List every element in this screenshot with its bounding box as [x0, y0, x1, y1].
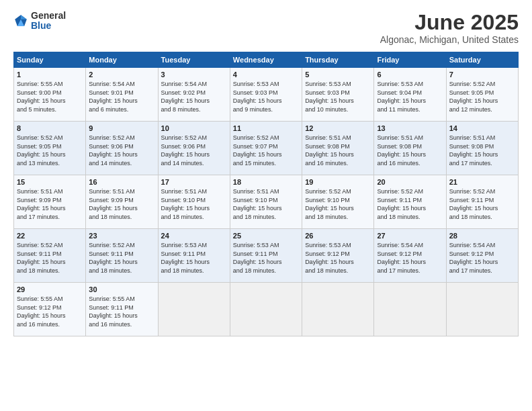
calendar-cell: 5Sunrise: 5:53 AM Sunset: 9:03 PM Daylig… — [302, 68, 374, 122]
calendar-cell: 14Sunrise: 5:51 AM Sunset: 9:08 PM Dayli… — [446, 122, 518, 175]
day-number: 30 — [89, 285, 154, 293]
calendar-cell: 7Sunrise: 5:52 AM Sunset: 9:05 PM Daylig… — [446, 68, 518, 122]
weekday-header: Wednesday — [230, 52, 302, 68]
logo-blue: Blue — [31, 21, 66, 31]
calendar-week-row: 29Sunrise: 5:55 AM Sunset: 9:12 PM Dayli… — [14, 283, 519, 336]
day-info: Sunrise: 5:53 AM Sunset: 9:03 PM Dayligh… — [305, 80, 371, 113]
calendar-cell: 1Sunrise: 5:55 AM Sunset: 9:00 PM Daylig… — [14, 68, 86, 122]
day-info: Sunrise: 5:54 AM Sunset: 9:02 PM Dayligh… — [161, 80, 227, 113]
day-number: 18 — [233, 178, 299, 186]
day-number: 15 — [17, 178, 83, 186]
day-info: Sunrise: 5:55 AM Sunset: 9:12 PM Dayligh… — [17, 295, 83, 328]
calendar-cell: 30Sunrise: 5:55 AM Sunset: 9:11 PM Dayli… — [86, 283, 158, 336]
subtitle: Algonac, Michigan, United States — [380, 34, 519, 45]
calendar-cell: 2Sunrise: 5:54 AM Sunset: 9:01 PM Daylig… — [86, 68, 158, 122]
main-title: June 2025 — [380, 11, 519, 34]
day-number: 26 — [305, 232, 371, 240]
day-info: Sunrise: 5:55 AM Sunset: 9:00 PM Dayligh… — [17, 80, 83, 113]
day-info: Sunrise: 5:53 AM Sunset: 9:04 PM Dayligh… — [377, 80, 443, 113]
weekday-header: Thursday — [302, 52, 374, 68]
day-info: Sunrise: 5:54 AM Sunset: 9:12 PM Dayligh… — [377, 241, 443, 275]
day-info: Sunrise: 5:53 AM Sunset: 9:03 PM Dayligh… — [233, 80, 299, 113]
day-number: 13 — [377, 124, 443, 132]
day-info: Sunrise: 5:51 AM Sunset: 9:08 PM Dayligh… — [305, 134, 371, 167]
calendar-cell: 22Sunrise: 5:52 AM Sunset: 9:11 PM Dayli… — [14, 229, 86, 283]
calendar-cell — [158, 283, 230, 336]
day-number: 22 — [17, 232, 83, 240]
weekday-header: Sunday — [14, 52, 86, 68]
title-block: June 2025 Algonac, Michigan, United Stat… — [380, 11, 519, 45]
calendar-cell: 18Sunrise: 5:51 AM Sunset: 9:10 PM Dayli… — [230, 175, 302, 229]
day-number: 20 — [377, 178, 443, 186]
day-number: 8 — [17, 124, 83, 132]
day-number: 24 — [161, 232, 227, 240]
calendar-week-row: 1Sunrise: 5:55 AM Sunset: 9:00 PM Daylig… — [14, 68, 519, 122]
day-info: Sunrise: 5:52 AM Sunset: 9:05 PM Dayligh… — [17, 134, 83, 167]
calendar-cell: 3Sunrise: 5:54 AM Sunset: 9:02 PM Daylig… — [158, 68, 230, 122]
day-info: Sunrise: 5:52 AM Sunset: 9:11 PM Dayligh… — [17, 241, 83, 275]
day-info: Sunrise: 5:52 AM Sunset: 9:11 PM Dayligh… — [449, 187, 515, 221]
day-info: Sunrise: 5:52 AM Sunset: 9:07 PM Dayligh… — [233, 134, 299, 167]
calendar-cell: 24Sunrise: 5:53 AM Sunset: 9:11 PM Dayli… — [158, 229, 230, 283]
day-info: Sunrise: 5:52 AM Sunset: 9:06 PM Dayligh… — [89, 134, 154, 167]
day-number: 28 — [449, 232, 515, 240]
day-info: Sunrise: 5:53 AM Sunset: 9:12 PM Dayligh… — [305, 241, 371, 275]
calendar-table: SundayMondayTuesdayWednesdayThursdayFrid… — [13, 52, 519, 336]
logo-general: General — [31, 11, 66, 21]
calendar-cell: 17Sunrise: 5:51 AM Sunset: 9:10 PM Dayli… — [158, 175, 230, 229]
calendar-cell — [374, 283, 446, 336]
day-number: 21 — [449, 178, 515, 186]
day-number: 3 — [161, 71, 227, 79]
day-info: Sunrise: 5:53 AM Sunset: 9:11 PM Dayligh… — [161, 241, 227, 275]
day-info: Sunrise: 5:52 AM Sunset: 9:11 PM Dayligh… — [89, 241, 154, 275]
calendar-cell: 10Sunrise: 5:52 AM Sunset: 9:06 PM Dayli… — [158, 122, 230, 175]
logo: General Blue — [13, 11, 66, 32]
day-number: 19 — [305, 178, 371, 186]
day-number: 9 — [89, 124, 154, 132]
day-info: Sunrise: 5:51 AM Sunset: 9:08 PM Dayligh… — [449, 134, 515, 167]
weekday-header: Saturday — [446, 52, 518, 68]
day-number: 25 — [233, 232, 299, 240]
calendar-cell: 23Sunrise: 5:52 AM Sunset: 9:11 PM Dayli… — [86, 229, 158, 283]
calendar-cell: 20Sunrise: 5:52 AM Sunset: 9:11 PM Dayli… — [374, 175, 446, 229]
calendar-cell: 13Sunrise: 5:51 AM Sunset: 9:08 PM Dayli… — [374, 122, 446, 175]
day-info: Sunrise: 5:52 AM Sunset: 9:05 PM Dayligh… — [449, 80, 515, 113]
day-number: 12 — [305, 124, 371, 132]
header: General Blue June 2025 Algonac, Michigan… — [13, 11, 519, 45]
day-number: 2 — [89, 71, 154, 79]
day-number: 27 — [377, 232, 443, 240]
calendar-header-row: SundayMondayTuesdayWednesdayThursdayFrid… — [14, 52, 519, 68]
day-info: Sunrise: 5:51 AM Sunset: 9:09 PM Dayligh… — [17, 187, 83, 221]
day-number: 23 — [89, 232, 154, 240]
calendar-cell — [446, 283, 518, 336]
day-number: 7 — [449, 71, 515, 79]
day-info: Sunrise: 5:51 AM Sunset: 9:10 PM Dayligh… — [233, 187, 299, 221]
calendar-cell: 29Sunrise: 5:55 AM Sunset: 9:12 PM Dayli… — [14, 283, 86, 336]
day-info: Sunrise: 5:51 AM Sunset: 9:09 PM Dayligh… — [89, 187, 154, 221]
calendar-cell — [302, 283, 374, 336]
calendar-cell: 21Sunrise: 5:52 AM Sunset: 9:11 PM Dayli… — [446, 175, 518, 229]
day-number: 5 — [305, 71, 371, 79]
day-number: 17 — [161, 178, 227, 186]
calendar-week-row: 8Sunrise: 5:52 AM Sunset: 9:05 PM Daylig… — [14, 122, 519, 175]
calendar-week-row: 22Sunrise: 5:52 AM Sunset: 9:11 PM Dayli… — [14, 229, 519, 283]
day-info: Sunrise: 5:53 AM Sunset: 9:11 PM Dayligh… — [233, 241, 299, 275]
day-number: 16 — [89, 178, 154, 186]
page: General Blue June 2025 Algonac, Michigan… — [0, 0, 532, 411]
day-info: Sunrise: 5:52 AM Sunset: 9:11 PM Dayligh… — [377, 187, 443, 221]
calendar-cell: 9Sunrise: 5:52 AM Sunset: 9:06 PM Daylig… — [86, 122, 158, 175]
logo-icon — [13, 13, 28, 28]
calendar-cell: 12Sunrise: 5:51 AM Sunset: 9:08 PM Dayli… — [302, 122, 374, 175]
day-info: Sunrise: 5:55 AM Sunset: 9:11 PM Dayligh… — [89, 295, 154, 328]
day-info: Sunrise: 5:51 AM Sunset: 9:10 PM Dayligh… — [161, 187, 227, 221]
calendar-cell: 28Sunrise: 5:54 AM Sunset: 9:12 PM Dayli… — [446, 229, 518, 283]
calendar-cell: 15Sunrise: 5:51 AM Sunset: 9:09 PM Dayli… — [14, 175, 86, 229]
day-info: Sunrise: 5:54 AM Sunset: 9:01 PM Dayligh… — [89, 80, 154, 113]
day-number: 14 — [449, 124, 515, 132]
calendar-cell: 11Sunrise: 5:52 AM Sunset: 9:07 PM Dayli… — [230, 122, 302, 175]
day-number: 29 — [17, 285, 83, 293]
weekday-header: Friday — [374, 52, 446, 68]
calendar-cell: 8Sunrise: 5:52 AM Sunset: 9:05 PM Daylig… — [14, 122, 86, 175]
day-number: 4 — [233, 71, 299, 79]
day-info: Sunrise: 5:54 AM Sunset: 9:12 PM Dayligh… — [449, 241, 515, 275]
